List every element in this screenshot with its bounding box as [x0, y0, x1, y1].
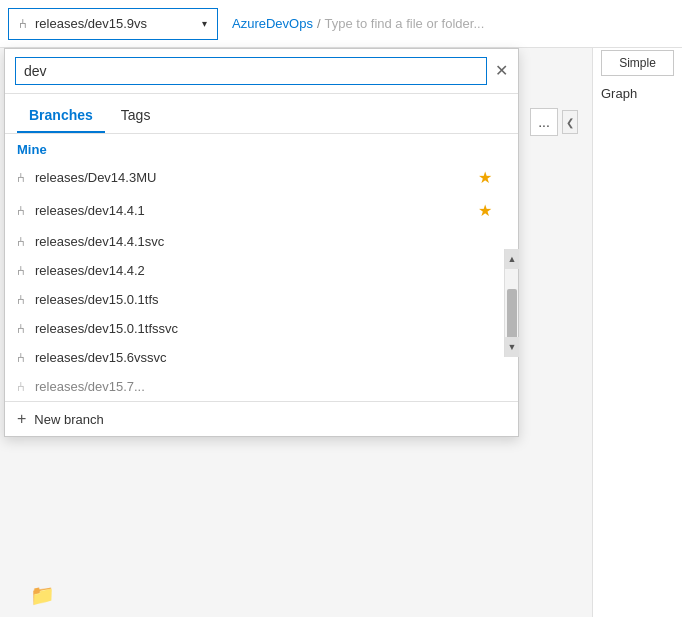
branch-item-name: releases/dev15.0.1tfs — [35, 292, 492, 307]
branch-name-label: releases/dev15.9vs — [35, 16, 194, 31]
branch-selector[interactable]: ⑃ releases/dev15.9vs ▾ — [8, 8, 218, 40]
branch-item[interactable]: ⑃ releases/dev14.4.2 — [5, 256, 504, 285]
branch-item-name: releases/dev14.4.2 — [35, 263, 492, 278]
branch-item[interactable]: ⑃ releases/dev14.4.1 ★ — [5, 194, 504, 227]
plus-icon: + — [17, 410, 26, 428]
breadcrumb-separator: / — [317, 16, 321, 31]
branch-item-name: releases/dev14.4.1 — [35, 203, 470, 218]
ellipsis-button[interactable]: ... — [530, 108, 558, 136]
star-icon[interactable]: ★ — [478, 168, 492, 187]
scroll-thumb — [507, 289, 517, 339]
branch-item-name: releases/dev15.7... — [35, 379, 492, 394]
star-icon[interactable]: ★ — [478, 201, 492, 220]
simple-view-button[interactable]: Simple — [601, 50, 674, 76]
mine-section-header: Mine — [5, 134, 518, 161]
new-branch-button[interactable]: + New branch — [5, 401, 518, 436]
clear-search-icon[interactable]: ✕ — [495, 63, 508, 79]
branch-item-icon: ⑃ — [17, 379, 25, 394]
right-panel: Contents Simple Graph — [592, 0, 682, 617]
branch-item-icon: ⑃ — [17, 292, 25, 307]
branch-icon: ⑃ — [19, 16, 27, 31]
breadcrumb-repo-link[interactable]: AzureDevOps — [232, 16, 313, 31]
tab-branches[interactable]: Branches — [17, 99, 105, 133]
branch-list-scrollbar[interactable]: ▲ ▼ — [504, 249, 518, 357]
branch-list: ⑃ releases/Dev14.3MU ★ ⑃ releases/dev14.… — [5, 161, 518, 401]
chevron-down-icon: ▾ — [202, 18, 207, 29]
branch-item-name: releases/dev15.0.1tfssvc — [35, 321, 492, 336]
branch-list-container: ⑃ releases/Dev14.3MU ★ ⑃ releases/dev14.… — [5, 161, 518, 401]
branch-tags-tabs: Branches Tags — [5, 94, 518, 134]
branch-item-name: releases/dev15.6vssvc — [35, 350, 492, 365]
branch-search-input[interactable] — [15, 57, 487, 85]
branch-item[interactable]: ⑃ releases/dev15.0.1tfssvc — [5, 314, 504, 343]
branch-item-icon: ⑃ — [17, 321, 25, 336]
branch-item[interactable]: ⑃ releases/dev14.4.1svc — [5, 227, 504, 256]
branch-item-icon: ⑃ — [17, 234, 25, 249]
branch-item-icon: ⑃ — [17, 263, 25, 278]
branch-item-name: releases/Dev14.3MU — [35, 170, 470, 185]
branch-item[interactable]: ⑃ releases/dev15.6vssvc — [5, 343, 504, 372]
find-file-placeholder[interactable]: Type to find a file or folder... — [325, 16, 485, 31]
breadcrumb: AzureDevOps / Type to find a file or fol… — [226, 16, 682, 31]
search-row: ✕ — [5, 49, 518, 94]
branch-dropdown-panel: ✕ Branches Tags Mine ⑃ releases/Dev14.3M… — [4, 48, 519, 437]
new-branch-label: New branch — [34, 412, 103, 427]
branch-item-partial[interactable]: ⑃ releases/dev15.7... — [5, 372, 504, 401]
top-bar: ⑃ releases/dev15.9vs ▾ AzureDevOps / Typ… — [0, 0, 682, 48]
branch-item-name: releases/dev14.4.1svc — [35, 234, 492, 249]
tab-tags[interactable]: Tags — [109, 99, 163, 133]
branch-item-icon: ⑃ — [17, 350, 25, 365]
graph-label[interactable]: Graph — [593, 76, 682, 111]
branch-item-icon: ⑃ — [17, 170, 25, 185]
branch-item[interactable]: ⑃ releases/dev15.0.1tfs — [5, 285, 504, 314]
collapse-panel-button[interactable]: ❮ — [562, 110, 578, 134]
branch-item[interactable]: ⑃ releases/Dev14.3MU ★ — [5, 161, 504, 194]
folder-icon: 📁 — [30, 583, 55, 607]
scroll-up-button[interactable]: ▲ — [505, 249, 519, 269]
scroll-down-button[interactable]: ▼ — [505, 337, 519, 357]
branch-item-icon: ⑃ — [17, 203, 25, 218]
